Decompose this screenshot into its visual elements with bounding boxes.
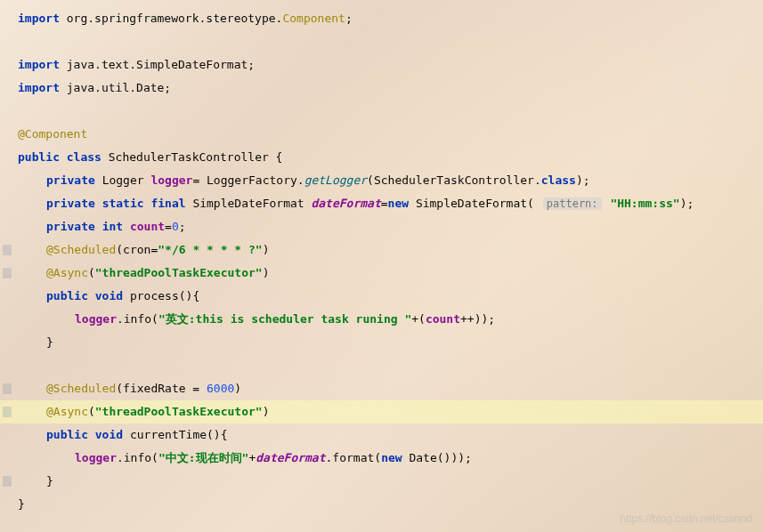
keyword: public: [46, 289, 88, 302]
code-line[interactable]: private static final SimpleDateFormat da…: [0, 192, 763, 215]
code-line[interactable]: logger.info("中文:现在时间"+dateFormat.format(…: [0, 447, 763, 470]
keyword: public: [46, 428, 88, 441]
code-line-highlighted[interactable]: @Async("threadPoolTaskExecutor"): [0, 400, 763, 423]
type: Logger: [102, 173, 144, 187]
field: count: [130, 220, 165, 233]
gutter-icon[interactable]: [3, 407, 12, 417]
keyword: import: [18, 58, 60, 71]
keyword: class: [541, 173, 576, 187]
code-line[interactable]: @Component: [0, 123, 763, 146]
blank-line[interactable]: [0, 30, 763, 53]
annotation: @Scheduled: [46, 382, 116, 395]
string: "threadPoolTaskExecutor": [95, 405, 263, 418]
code-line[interactable]: import java.util.Date;: [0, 77, 763, 100]
gutter-icon[interactable]: [3, 383, 12, 394]
package: org.springframework.stereotype.: [67, 12, 283, 25]
class-name: SchedulerTaskController: [109, 150, 269, 164]
keyword: class: [67, 150, 101, 164]
keyword: new: [388, 197, 409, 210]
code-line[interactable]: }: [0, 470, 763, 493]
method-name: process: [130, 289, 179, 302]
code-line[interactable]: private int count=0;: [0, 215, 763, 238]
keyword: int: [102, 220, 123, 233]
string: "threadPoolTaskExecutor": [95, 266, 263, 279]
code-line[interactable]: logger.info("英文:this is scheduler task r…: [0, 308, 763, 331]
string: "英文:this is scheduler task runing ": [158, 312, 411, 326]
string: "*/6 * * * * ?": [158, 243, 262, 256]
package: java.text.SimpleDateFormat;: [67, 58, 255, 71]
code-line[interactable]: private Logger logger= LoggerFactory.get…: [0, 169, 763, 192]
field: count: [426, 312, 460, 326]
code-line[interactable]: }: [0, 331, 763, 354]
code-editor[interactable]: import org.springframework.stereotype.Co…: [0, 0, 763, 523]
field: dateFormat: [311, 197, 380, 210]
code-line[interactable]: import java.text.SimpleDateFormat;: [0, 53, 763, 77]
keyword: public: [18, 150, 60, 164]
gutter-icon[interactable]: [3, 245, 12, 255]
keyword: final: [150, 197, 185, 210]
string: "HH:mm:ss": [610, 197, 679, 210]
annotation: @Component: [18, 127, 87, 141]
string: "中文:现在时间": [158, 451, 248, 464]
parameter-hint: pattern:: [543, 197, 602, 210]
method-name: currentTime: [130, 428, 207, 441]
field: logger: [75, 312, 117, 326]
annotation: @Scheduled: [46, 243, 116, 256]
class-ref: Component: [282, 12, 345, 25]
code-line[interactable]: @Async("threadPoolTaskExecutor"): [0, 262, 763, 285]
field: dateFormat: [256, 451, 325, 464]
package: java.util.Date;: [67, 81, 171, 94]
number: 6000: [207, 382, 234, 395]
keyword: void: [95, 428, 123, 441]
code-line[interactable]: public void currentTime(){: [0, 423, 763, 447]
field: logger: [75, 451, 117, 464]
keyword: import: [18, 81, 60, 94]
field: logger: [150, 173, 192, 187]
type: SimpleDateFormat: [192, 197, 304, 210]
keyword: private: [46, 173, 95, 187]
keyword: import: [18, 12, 60, 25]
keyword: new: [381, 451, 402, 464]
brace: }: [46, 474, 53, 488]
keyword: private: [46, 220, 95, 233]
method: getLogger: [304, 173, 367, 187]
gutter-icon[interactable]: [3, 476, 12, 487]
code-line[interactable]: public void process(){: [0, 285, 763, 308]
keyword: private: [46, 197, 95, 210]
blank-line[interactable]: [0, 354, 763, 377]
blank-line[interactable]: [0, 100, 763, 123]
code-line[interactable]: @Scheduled(cron="*/6 * * * * ?"): [0, 238, 763, 262]
number: 0: [172, 220, 179, 233]
gutter-icon[interactable]: [3, 268, 12, 278]
annotation: @Async: [46, 266, 88, 279]
brace: }: [18, 497, 25, 511]
keyword: static: [102, 197, 144, 210]
code-line[interactable]: public class SchedulerTaskController {: [0, 146, 763, 169]
watermark: https://blog.csdn.net/cssnnd: [620, 512, 752, 525]
code-line[interactable]: @Scheduled(fixedRate = 6000): [0, 377, 763, 400]
keyword: void: [95, 289, 123, 302]
brace: }: [46, 335, 53, 349]
code-line[interactable]: import org.springframework.stereotype.Co…: [0, 7, 763, 30]
annotation: @Async: [46, 405, 88, 418]
